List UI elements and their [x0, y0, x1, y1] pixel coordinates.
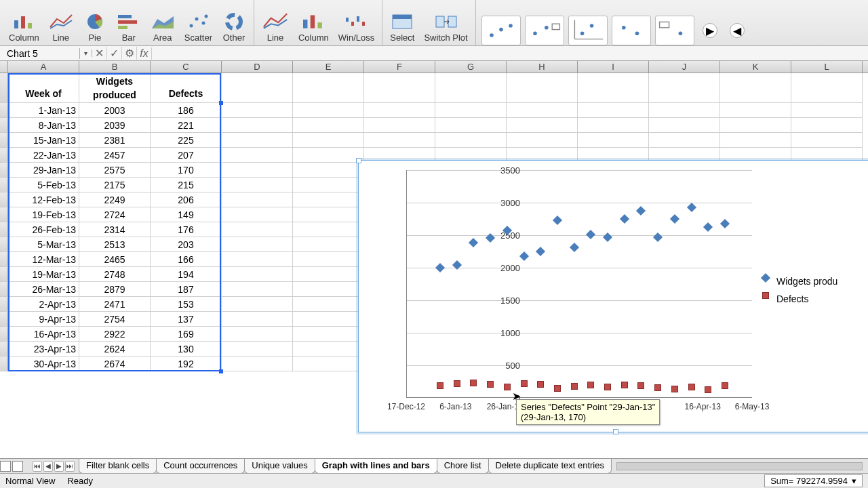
col-G[interactable]: G [435, 61, 507, 73]
col-H[interactable]: H [507, 61, 578, 73]
col-C[interactable]: C [151, 61, 222, 73]
cell-widgets[interactable]: 2249 [79, 192, 151, 207]
embedded-chart[interactable]: 0500100015002000250030003500 17-Dec-126-… [358, 160, 868, 432]
cell-widgets[interactable]: 2003 [79, 103, 151, 118]
cell-defects[interactable]: 137 [151, 312, 222, 327]
data-point[interactable] [487, 381, 494, 388]
cell-defects[interactable]: 153 [151, 297, 222, 312]
tab-last-icon[interactable]: ⏭ [65, 461, 75, 472]
data-point[interactable] [454, 380, 460, 387]
chart-layout-5[interactable] [655, 16, 694, 45]
cell-widgets[interactable]: 2922 [79, 327, 151, 342]
chart-layout-4[interactable] [612, 16, 651, 45]
cell-week[interactable]: 22-Jan-13 [8, 148, 79, 163]
view-normal-icon[interactable] [0, 461, 11, 472]
chart-type-pie[interactable]: Pie [81, 11, 109, 44]
cell-widgets[interactable]: 2465 [79, 252, 151, 267]
status-sum[interactable]: Sum= 792274.9594▾ [764, 474, 863, 487]
chart-legend[interactable]: Widgets produ Defects [766, 276, 837, 311]
tab-prev-icon[interactable]: ◀ [43, 461, 53, 472]
formula-builder-icon[interactable]: ⚙ [122, 47, 137, 60]
data-point[interactable] [722, 382, 728, 389]
data-point[interactable] [688, 384, 695, 390]
cell-widgets[interactable]: 2039 [79, 118, 151, 133]
cell-widgets[interactable]: 2879 [79, 282, 151, 297]
cell-week[interactable]: 8-Jan-13 [8, 118, 79, 133]
data-point[interactable] [554, 385, 561, 392]
fx-icon[interactable]: fx [137, 47, 152, 60]
cell-defects[interactable]: 206 [151, 192, 222, 207]
cell-widgets[interactable]: 2314 [79, 222, 151, 237]
plot-area[interactable] [406, 170, 752, 398]
chart-layout-1[interactable] [481, 16, 521, 45]
data-point[interactable] [671, 386, 678, 392]
cell-widgets[interactable]: 2175 [79, 178, 151, 192]
col-A[interactable]: A [8, 61, 79, 73]
sheet-tab[interactable]: Count occurrences [156, 459, 245, 474]
chart-resize-handle[interactable] [356, 158, 361, 163]
cell-widgets[interactable]: 2457 [79, 148, 151, 163]
cell-widgets[interactable]: 2624 [79, 342, 151, 357]
cell-defects[interactable]: 192 [151, 357, 222, 371]
sum-dropdown-icon[interactable]: ▾ [852, 476, 856, 486]
cell-week[interactable]: 19-Mar-13 [8, 267, 79, 282]
col-F[interactable]: F [364, 61, 435, 73]
cell-week[interactable]: 23-Apr-13 [8, 342, 79, 357]
cell-widgets[interactable]: 2575 [79, 163, 151, 178]
col-B[interactable]: B [79, 61, 151, 73]
cell-defects[interactable]: 207 [151, 148, 222, 163]
cell-week[interactable]: 12-Mar-13 [8, 252, 79, 267]
tab-first-icon[interactable]: ⏮ [33, 461, 42, 472]
cell-defects[interactable]: 170 [151, 163, 222, 178]
table-row[interactable]: 8-Jan-13 2039 221 [0, 118, 868, 133]
data-point[interactable] [504, 384, 511, 390]
cell-week[interactable]: 26-Mar-13 [8, 282, 79, 297]
cell-week[interactable]: 9-Apr-13 [8, 312, 79, 327]
name-box-dropdown-icon[interactable]: ▾ [80, 49, 92, 57]
cell-defects[interactable]: 166 [151, 252, 222, 267]
cell-week[interactable]: 19-Feb-13 [8, 207, 79, 222]
cell-widgets[interactable]: 2381 [79, 133, 151, 148]
cell-widgets[interactable]: 2674 [79, 357, 151, 371]
sparkline-column[interactable]: Column [296, 9, 331, 44]
select-button[interactable]: Select [388, 11, 416, 44]
data-point[interactable] [621, 382, 628, 388]
sheet-tab[interactable]: Delete duplicate text entries [488, 459, 612, 474]
chart-type-area[interactable]: Area [149, 11, 177, 44]
cell-defects[interactable]: 203 [151, 237, 222, 252]
selection-handle-top[interactable] [219, 101, 223, 105]
cell-defects[interactable]: 149 [151, 207, 222, 222]
sheet-tab[interactable]: Unique values [244, 459, 315, 474]
data-point[interactable] [705, 386, 711, 393]
sparkline-line[interactable]: Line [260, 9, 291, 44]
col-K[interactable]: K [720, 61, 791, 73]
cell-defects[interactable]: 130 [151, 342, 222, 357]
cell-widgets[interactable]: 2748 [79, 267, 151, 282]
cell-defects[interactable]: 169 [151, 327, 222, 342]
data-point[interactable] [537, 381, 544, 388]
sheet-tab[interactable]: Graph with lines and bars [315, 459, 437, 474]
cell-week[interactable]: 2-Apr-13 [8, 297, 79, 312]
cell-week[interactable]: 30-Apr-13 [8, 357, 79, 371]
data-point[interactable] [637, 382, 644, 389]
data-point[interactable] [521, 380, 528, 387]
col-D[interactable]: D [222, 61, 293, 73]
chart-resize-handle[interactable] [613, 429, 618, 434]
cell-defects[interactable]: 194 [151, 267, 222, 282]
spreadsheet-grid[interactable]: Week of Widgets produced Defects 1-Jan-1… [0, 73, 868, 458]
cell-defects[interactable]: 225 [151, 133, 222, 148]
cell-defects[interactable]: 176 [151, 222, 222, 237]
table-row[interactable]: 1-Jan-13 2003 186 [0, 103, 868, 118]
sparkline-win-loss[interactable]: Win/Loss [336, 9, 376, 44]
cell-week[interactable]: 12-Feb-13 [8, 192, 79, 207]
cell-week[interactable]: 26-Feb-13 [8, 222, 79, 237]
accept-formula-icon[interactable]: ✓ [107, 47, 122, 60]
data-point[interactable] [654, 384, 661, 391]
data-point[interactable] [470, 380, 477, 386]
col-I[interactable]: I [578, 61, 649, 73]
cell-defects[interactable]: 186 [151, 103, 222, 118]
selection-handle[interactable] [219, 369, 223, 373]
data-point[interactable] [571, 383, 578, 390]
col-E[interactable]: E [293, 61, 364, 73]
cell-widgets[interactable]: 2724 [79, 207, 151, 222]
